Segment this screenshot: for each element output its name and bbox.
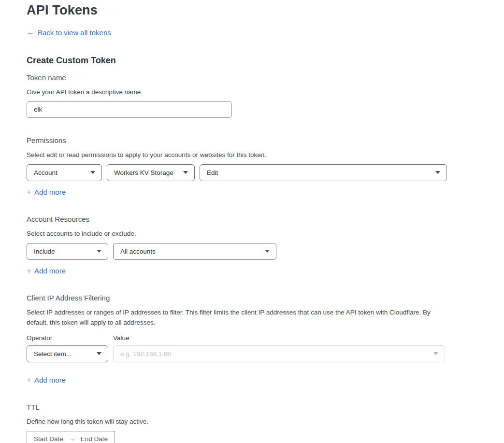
ttl-label: TTL xyxy=(27,403,504,411)
permissions-label: Permissions xyxy=(27,136,504,144)
operator-select[interactable]: Select item... xyxy=(27,345,108,362)
plus-icon: + xyxy=(27,188,31,196)
chevron-down-icon xyxy=(265,250,270,253)
page-title: API Tokens xyxy=(27,3,504,18)
create-custom-token-heading: Create Custom Token xyxy=(27,56,504,66)
permission-level-value: Edit xyxy=(207,169,218,176)
back-link-label: Back to view all tokens xyxy=(38,29,111,37)
operator-select-value: Select item... xyxy=(34,350,72,357)
chevron-down-icon xyxy=(97,250,101,253)
start-date-button[interactable]: Start Date xyxy=(34,435,63,443)
plus-icon: + xyxy=(27,376,31,384)
left-arrow-icon: ← xyxy=(27,29,34,36)
resource-scope-select[interactable]: All accounts xyxy=(113,243,276,260)
operator-label: Operator xyxy=(27,334,108,342)
resource-scope-value: All accounts xyxy=(120,248,156,255)
add-more-label: Add more xyxy=(34,267,66,275)
account-resources-controls-row: Include All accounts xyxy=(27,243,504,260)
ip-filtering-add-more-button[interactable]: + Add more xyxy=(27,376,66,384)
ttl-description: Define how long this token will stay act… xyxy=(27,416,504,427)
value-label: Value xyxy=(113,334,130,342)
back-link[interactable]: ← Back to view all tokens xyxy=(27,29,111,37)
add-more-label: Add more xyxy=(34,376,66,384)
ip-value-input[interactable]: e.g. 192.168.1.88 xyxy=(113,345,445,362)
account-resources-description: Select accounts to include or exclude. xyxy=(27,229,504,239)
end-date-button[interactable]: End Date xyxy=(81,435,108,443)
add-more-label: Add more xyxy=(34,188,66,196)
plus-icon: + xyxy=(27,267,31,275)
account-resources-section: Account Resources Select accounts to inc… xyxy=(27,215,504,275)
resource-mode-value: Include xyxy=(34,248,55,255)
permissions-controls-row: Account Workers KV Storage Edit xyxy=(27,164,504,181)
chevron-down-icon xyxy=(183,171,188,174)
ip-value-placeholder: e.g. 192.168.1.88 xyxy=(120,350,171,357)
account-resources-add-more-button[interactable]: + Add more xyxy=(27,267,66,275)
account-resources-label: Account Resources xyxy=(27,215,504,223)
arrow-right-icon: → xyxy=(69,435,75,443)
chevron-down-icon xyxy=(90,171,95,174)
ip-filtering-label: Client IP Address Filtering xyxy=(27,294,504,302)
token-name-label: Token name xyxy=(27,73,504,82)
ip-filtering-section: Client IP Address Filtering Select IP ad… xyxy=(27,294,504,385)
date-range-picker[interactable]: Start Date → End Date xyxy=(27,431,115,443)
chevron-down-icon xyxy=(435,171,440,174)
permission-group-value: Workers KV Storage xyxy=(114,169,173,176)
permissions-add-more-button[interactable]: + Add more xyxy=(27,188,66,196)
token-name-description: Give your API token a descriptive name. xyxy=(27,87,504,97)
permissions-section: Permissions Select edit or read permissi… xyxy=(27,136,504,197)
token-name-section: Token name Give your API token a descrip… xyxy=(27,73,504,118)
permission-level-select[interactable]: Edit xyxy=(200,164,447,181)
chevron-down-icon xyxy=(97,352,101,355)
ip-filtering-description: Select IP addresses or ranges of IP addr… xyxy=(27,307,450,328)
permission-scope-value: Account xyxy=(34,169,58,176)
ttl-section: TTL Define how long this token will stay… xyxy=(27,403,504,443)
permission-group-select[interactable]: Workers KV Storage xyxy=(107,164,195,181)
resource-mode-select[interactable]: Include xyxy=(27,243,108,260)
permissions-description: Select edit or read permissions to apply… xyxy=(27,150,504,160)
token-name-input[interactable] xyxy=(27,101,232,118)
ip-filtering-controls-row: Select item... e.g. 192.168.1.88 xyxy=(27,345,504,362)
ip-filtering-sub-labels: Operator Value xyxy=(27,334,504,342)
api-tokens-page: API Tokens ← Back to view all tokens Cre… xyxy=(0,0,504,443)
permission-scope-select[interactable]: Account xyxy=(27,164,102,181)
chevron-down-icon xyxy=(433,352,438,355)
